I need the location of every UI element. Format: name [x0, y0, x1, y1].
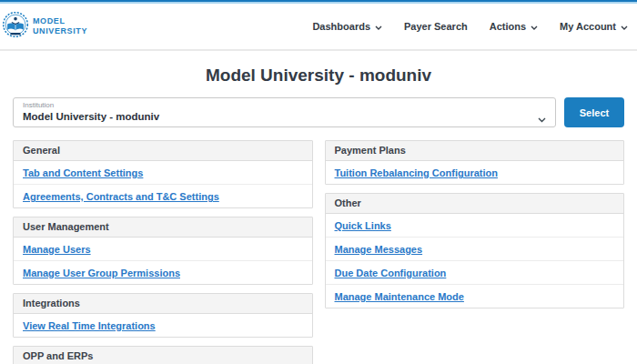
card-title: Payment Plans [326, 141, 624, 161]
settings-card-payment-plans: Payment PlansTuition Rebalancing Configu… [325, 140, 625, 185]
settings-link-tab-and-content-settings[interactable]: Tab and Content Settings [23, 167, 143, 178]
university-name: MODEL UNIVERSITY [33, 16, 87, 36]
nav-actions[interactable]: Actions [490, 21, 538, 32]
brand-line2: UNIVERSITY [33, 26, 87, 35]
card-title: Other [326, 194, 624, 214]
institution-select-row: Institution Model University - moduniv S… [13, 97, 624, 127]
nav-dashboards[interactable]: Dashboards [312, 21, 382, 32]
settings-card-opp-and-erps: OPP and ERPsPayment Configurations [13, 346, 313, 364]
nav-actions-label: Actions [490, 21, 526, 32]
card-title: Integrations [14, 294, 312, 314]
settings-column-right: Payment PlansTuition Rebalancing Configu… [325, 140, 625, 308]
university-seal-icon [2, 9, 29, 44]
card-title: General [14, 141, 312, 161]
chevron-down-icon [538, 110, 546, 126]
settings-link-manage-user-group-permissions[interactable]: Manage User Group Permissions [23, 268, 180, 278]
card-title: User Management [14, 217, 312, 238]
settings-row: Manage Maintenance Mode [326, 285, 624, 308]
page-title: Model University - moduniv [0, 66, 637, 86]
settings-link-manage-maintenance-mode[interactable]: Manage Maintenance Mode [335, 291, 464, 302]
settings-row: Tab and Content Settings [14, 161, 312, 185]
nav-dashboards-label: Dashboards [312, 21, 370, 32]
settings-card-other: OtherQuick LinksManage MessagesDue Date … [325, 193, 625, 308]
settings-column-left: GeneralTab and Content SettingsAgreement… [13, 140, 313, 364]
settings-card-user-management: User ManagementManage UsersManage User G… [13, 217, 313, 285]
settings-row: View Real Time Integrations [14, 314, 312, 337]
chevron-down-icon [531, 21, 538, 32]
settings-link-tuition-rebalancing-configuration[interactable]: Tuition Rebalancing Configuration [335, 167, 498, 178]
app-header: MODEL UNIVERSITY Dashboards Payer Search… [0, 4, 637, 51]
settings-row: Manage User Group Permissions [14, 261, 312, 284]
select-button[interactable]: Select [564, 97, 624, 127]
settings-link-agreements-contracts-and-t-c-settings[interactable]: Agreements, Contracts and T&C Settings [23, 191, 219, 202]
settings-row: Manage Messages [326, 238, 624, 261]
institution-select-value: Model University - moduniv [23, 110, 531, 123]
settings-row: Due Date Configuration [326, 261, 624, 285]
settings-columns: GeneralTab and Content SettingsAgreement… [13, 140, 624, 364]
brand-line1: MODEL [33, 16, 66, 25]
settings-card-integrations: IntegrationsView Real Time Integrations [13, 293, 313, 338]
settings-row: Tuition Rebalancing Configuration [326, 161, 624, 184]
settings-row: Quick Links [326, 214, 624, 238]
university-logo[interactable]: MODEL UNIVERSITY [2, 9, 87, 44]
card-title: OPP and ERPs [14, 347, 312, 364]
settings-link-view-real-time-integrations[interactable]: View Real Time Integrations [23, 320, 156, 331]
chevron-down-icon [621, 21, 628, 32]
settings-link-due-date-configuration[interactable]: Due Date Configuration [335, 268, 447, 278]
main-nav: Dashboards Payer Search Actions My Accou… [312, 21, 630, 32]
nav-payer-search[interactable]: Payer Search [404, 21, 468, 32]
settings-link-manage-users[interactable]: Manage Users [23, 244, 91, 255]
nav-my-account[interactable]: My Account [560, 21, 628, 32]
settings-link-quick-links[interactable]: Quick Links [335, 220, 391, 231]
settings-card-general: GeneralTab and Content SettingsAgreement… [13, 140, 313, 208]
nav-payer-search-label: Payer Search [404, 21, 468, 32]
nav-my-account-label: My Account [560, 21, 616, 32]
settings-row: Manage Users [14, 238, 312, 261]
chevron-down-icon [375, 21, 382, 32]
institution-select-label: Institution [23, 101, 531, 110]
settings-link-manage-messages[interactable]: Manage Messages [335, 244, 423, 255]
settings-row: Agreements, Contracts and T&C Settings [14, 185, 312, 207]
institution-select[interactable]: Institution Model University - moduniv [13, 97, 556, 127]
